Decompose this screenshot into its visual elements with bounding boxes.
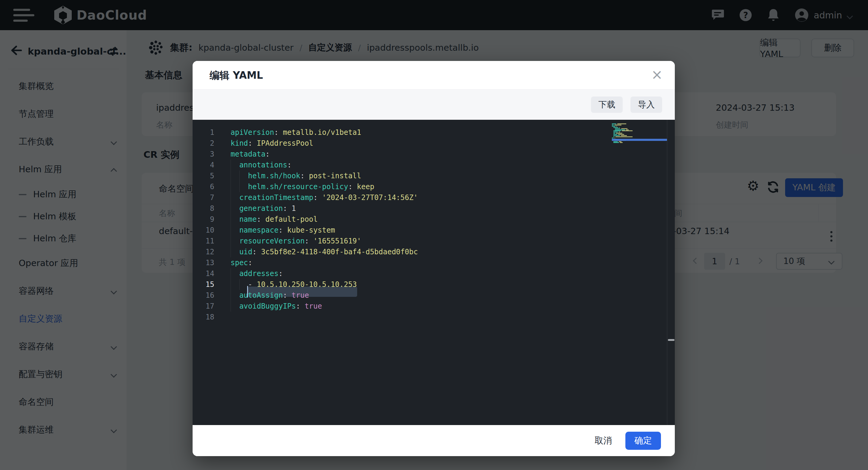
line-number: 6 [193, 181, 214, 192]
code-text: autoAssign: true [214, 290, 309, 301]
code-text: helm.sh/resource-policy: keep [214, 181, 374, 192]
line-number: 9 [193, 214, 214, 225]
code-text: helm.sh/hook: post-install [214, 171, 361, 181]
line-number: 17 [193, 301, 214, 312]
code-text: resourceVersion: '165551619' [214, 236, 361, 246]
code-line-17[interactable]: 17 avoidBuggyIPs: true [193, 301, 675, 312]
code-line-4[interactable]: 4 annotations: [193, 159, 675, 171]
code-line-6[interactable]: 6 helm.sh/resource-policy: keep [193, 181, 675, 192]
code-line-11[interactable]: 11 resourceVersion: '165551619' [193, 236, 675, 246]
line-number: 8 [193, 203, 214, 214]
code-text: avoidBuggyIPs: true [214, 301, 322, 312]
modal-title: 编辑 YAML [210, 69, 263, 82]
line-number: 18 [193, 312, 214, 322]
code-text: generation: 1 [214, 203, 296, 214]
code-text: metadata: [214, 149, 270, 159]
close-icon[interactable]: × [651, 66, 663, 83]
code-line-10[interactable]: 10 namespace: kube-system [193, 225, 675, 236]
edit-yaml-modal: 编辑 YAML × 下载 导入 1apiVersion: metallb.io/… [193, 61, 675, 456]
minimap-selection-highlight [612, 139, 667, 141]
code-text [214, 312, 230, 322]
code-line-13[interactable]: 13spec: [193, 257, 675, 268]
code-line-3[interactable]: 3metadata: [193, 149, 675, 159]
code-line-5[interactable]: 5 helm.sh/hook: post-install [193, 171, 675, 181]
line-number: 11 [193, 236, 214, 246]
minimap-divider [667, 120, 667, 425]
code-text: - 10.5.10.250-10.5.10.253 [214, 279, 357, 290]
code-text: spec: [214, 257, 252, 268]
line-number: 16 [193, 290, 214, 301]
modal-header: 编辑 YAML × [193, 61, 675, 89]
line-number: 14 [193, 268, 214, 279]
line-number: 15 [193, 279, 214, 290]
modal-footer: 取消 确定 [193, 425, 675, 456]
code-line-14[interactable]: 14 addresses: [193, 268, 675, 279]
line-number: 7 [193, 192, 214, 203]
line-number: 1 [193, 127, 214, 138]
minimap[interactable] [612, 123, 667, 148]
line-number: 12 [193, 246, 214, 257]
modal-toolbar: 下载 导入 [193, 89, 675, 120]
scrollbar-mark[interactable] [668, 339, 675, 341]
code-line-12[interactable]: 12 uid: 3c5bf8e2-4118-400f-baf4-d5bdaed0… [193, 246, 675, 257]
code-text: name: default-pool [214, 214, 318, 225]
code-text: addresses: [214, 268, 283, 279]
line-number: 5 [193, 171, 214, 181]
code-line-16[interactable]: 16 autoAssign: true [193, 290, 675, 301]
cancel-button[interactable]: 取消 [595, 435, 612, 447]
line-number: 4 [193, 159, 214, 171]
code-text: annotations: [214, 159, 291, 171]
download-button[interactable]: 下载 [591, 96, 623, 113]
code-line-18[interactable]: 18 [193, 312, 675, 322]
code-text: apiVersion: metallb.io/v1beta1 [214, 127, 361, 138]
code-line-1[interactable]: 1apiVersion: metallb.io/v1beta1 [193, 127, 675, 138]
import-button[interactable]: 导入 [630, 96, 662, 113]
code-text: creationTimestamp: '2024-03-27T07:14:56Z… [214, 192, 418, 203]
code-line-7[interactable]: 7 creationTimestamp: '2024-03-27T07:14:5… [193, 192, 675, 203]
code-text: kind: IPAddressPool [214, 138, 313, 149]
line-number: 13 [193, 257, 214, 268]
line-number: 2 [193, 138, 214, 149]
code-line-9[interactable]: 9 name: default-pool [193, 214, 675, 225]
code-line-2[interactable]: 2kind: IPAddressPool [193, 138, 675, 149]
code-text: uid: 3c5bf8e2-4118-400f-baf4-d5bdaed0f0b… [214, 246, 418, 257]
line-number: 10 [193, 225, 214, 236]
confirm-button[interactable]: 确定 [625, 432, 661, 450]
code-text: namespace: kube-system [214, 225, 335, 236]
code-line-15[interactable]: 15 - 10.5.10.250-10.5.10.253 [193, 279, 675, 290]
code-line-8[interactable]: 8 generation: 1 [193, 203, 675, 214]
yaml-editor[interactable]: 1apiVersion: metallb.io/v1beta12kind: IP… [193, 120, 675, 425]
code-lines[interactable]: 1apiVersion: metallb.io/v1beta12kind: IP… [193, 127, 675, 322]
line-number: 3 [193, 149, 214, 159]
